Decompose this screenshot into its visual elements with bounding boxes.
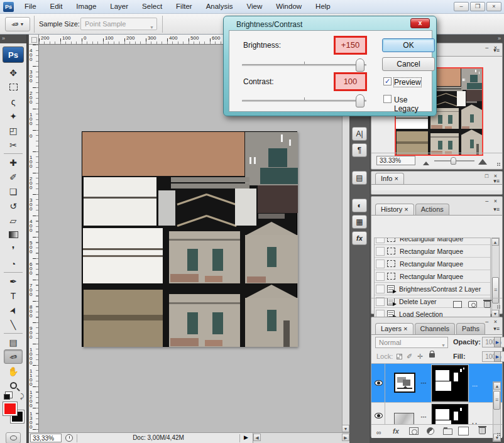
history-state-box[interactable]	[376, 247, 385, 256]
history-item[interactable]: Rectangular Marquee	[375, 270, 490, 283]
tab-info[interactable]: Info ×	[375, 173, 404, 184]
new-snapshot-icon[interactable]	[468, 301, 477, 308]
use-legacy-label[interactable]: Use Legacy	[394, 96, 432, 113]
menu-edit[interactable]: Edit	[43, 0, 70, 13]
contrast-value[interactable]: 100	[334, 72, 367, 91]
use-legacy-checkbox[interactable]	[383, 95, 392, 103]
add-layer-mask-icon[interactable]	[409, 427, 419, 435]
menu-view[interactable]: View	[239, 0, 269, 13]
fill-arrow-button[interactable]: ▶	[494, 351, 501, 362]
scroll-left-icon[interactable]: ◀	[253, 434, 261, 441]
zoom-level-field[interactable]: 33,33%	[30, 434, 62, 442]
visibility-cell[interactable]	[373, 364, 385, 402]
eye-icon[interactable]	[375, 380, 383, 386]
menu-layer[interactable]: Layer	[103, 0, 135, 13]
adjustment-layer-thumbnail[interactable]	[394, 373, 415, 393]
character-panel-icon[interactable]: A|	[352, 127, 367, 141]
brightness-slider-thumb[interactable]	[356, 58, 364, 72]
zoom-tool[interactable]	[4, 378, 23, 393]
zoom-in-icon[interactable]	[478, 159, 487, 165]
new-group-icon[interactable]	[443, 429, 452, 435]
menu-window[interactable]: Window	[269, 0, 309, 13]
hand-tool[interactable]: ✋	[4, 364, 23, 378]
preview-checkbox[interactable]: ✓	[383, 77, 392, 85]
brush-tool[interactable]: ✐	[4, 170, 23, 184]
layer-mask-thumbnail[interactable]	[432, 365, 468, 402]
styles-panel-icon[interactable]: fx	[352, 231, 367, 245]
scroll-up-icon[interactable]: ▲	[493, 382, 501, 390]
mask-link-icon[interactable]: 𝌀	[420, 413, 427, 421]
contrast-slider[interactable]	[242, 100, 366, 102]
history-brush-tool[interactable]: ↺	[4, 199, 23, 213]
navigator-zoom-field[interactable]: 33.33%	[376, 156, 415, 165]
lock-position-icon[interactable]: ✛	[417, 353, 423, 361]
resize-grip[interactable]	[497, 163, 501, 167]
gradient-tool[interactable]	[4, 227, 23, 242]
texture-atlas-image[interactable]	[82, 131, 297, 347]
lasso-tool[interactable]: ς	[4, 94, 23, 109]
cancel-button[interactable]: Cancel	[382, 57, 435, 71]
line-tool[interactable]: ╲	[4, 317, 23, 332]
menu-help[interactable]: Help	[309, 0, 337, 13]
healing-brush-tool[interactable]: ✚	[4, 155, 23, 170]
visibility-cell[interactable]	[373, 403, 385, 424]
restore-button[interactable]: ❒	[470, 2, 485, 11]
opacity-arrow-button[interactable]: ▶	[494, 337, 501, 347]
panel-menu-icon[interactable]: ▾≡	[493, 325, 500, 332]
default-colors-icon[interactable]	[4, 394, 10, 400]
history-item[interactable]: Brightness/Contrast 2 Layer	[375, 283, 490, 295]
ok-button[interactable]: OK	[382, 38, 435, 52]
crop-tool[interactable]: ◰	[4, 123, 23, 138]
history-state-box[interactable]	[376, 285, 385, 293]
menu-image[interactable]: Image	[69, 0, 103, 13]
mask-link-icon[interactable]: 𝌀	[420, 379, 427, 387]
layer-row-adjustment[interactable]: 𝌀 ...	[371, 364, 502, 403]
history-item[interactable]: Rectangular Marquee	[375, 245, 490, 258]
rectangular-marquee-tool[interactable]	[4, 80, 23, 94]
minimize-button[interactable]: –	[454, 2, 469, 11]
eyedropper-tool[interactable]: ✎	[4, 349, 23, 364]
pen-tool[interactable]: ✒	[4, 274, 23, 288]
tab-history[interactable]: History ×	[375, 204, 414, 215]
blur-tool[interactable]: ❜	[4, 242, 23, 256]
layer-thumbnail[interactable]	[394, 413, 414, 424]
sample-size-select[interactable]: Point Sample ▼	[80, 18, 157, 30]
panel-menu-icon[interactable]: ▾≡	[493, 47, 500, 53]
new-adjustment-layer-icon[interactable]	[427, 427, 434, 435]
dialog-close-button[interactable]: x	[410, 18, 430, 28]
menu-file[interactable]: File	[18, 0, 43, 13]
layer-row-adjustment-2[interactable]: 𝌀 H	[371, 403, 502, 424]
history-state-box[interactable]	[376, 272, 385, 281]
brightness-value[interactable]: +150	[334, 36, 367, 55]
color-panel-icon[interactable]: ◐	[352, 199, 367, 212]
close-button[interactable]: ×	[486, 2, 501, 11]
scroll-down-icon[interactable]: ▼	[342, 425, 349, 432]
panel-menu-icon[interactable]: ▾≡	[493, 206, 500, 212]
history-item[interactable]: Rectangular Marquee	[375, 258, 490, 270]
link-layers-icon[interactable]: ∞	[376, 429, 381, 436]
history-state-box[interactable]	[376, 238, 385, 243]
eraser-tool[interactable]: ▱	[4, 213, 23, 227]
layer-name[interactable]: ...	[472, 380, 478, 388]
lock-paint-icon[interactable]: ✐	[407, 353, 412, 361]
horizontal-scrollbar[interactable]: ◀ ▶	[253, 433, 349, 443]
swatches-panel-icon[interactable]: ▦	[352, 215, 367, 229]
tab-layers[interactable]: Layers ×	[375, 323, 414, 334]
notes-tool[interactable]: ▤	[4, 335, 23, 349]
menu-select[interactable]: Select	[135, 0, 169, 13]
paragraph-panel-icon[interactable]: ¶	[352, 143, 367, 157]
new-document-from-state-icon[interactable]	[453, 301, 462, 308]
history-state-box[interactable]	[376, 260, 385, 268]
slider-thumb[interactable]	[451, 157, 456, 165]
menu-filter[interactable]: Filter	[169, 0, 199, 13]
app-icon[interactable]: Ps	[3, 2, 14, 12]
slice-tool[interactable]: ✂	[4, 138, 23, 152]
new-layer-icon[interactable]	[459, 427, 468, 434]
dodge-tool[interactable]: ◔	[4, 256, 23, 271]
quick-selection-tool[interactable]: ✦	[4, 109, 23, 123]
delete-state-icon[interactable]	[484, 301, 491, 308]
layer-comps-panel-icon[interactable]: ▤	[352, 171, 367, 185]
contrast-slider-thumb[interactable]	[356, 94, 364, 107]
lock-transparency-icon[interactable]	[397, 354, 402, 359]
tab-paths[interactable]: Paths	[456, 323, 485, 334]
